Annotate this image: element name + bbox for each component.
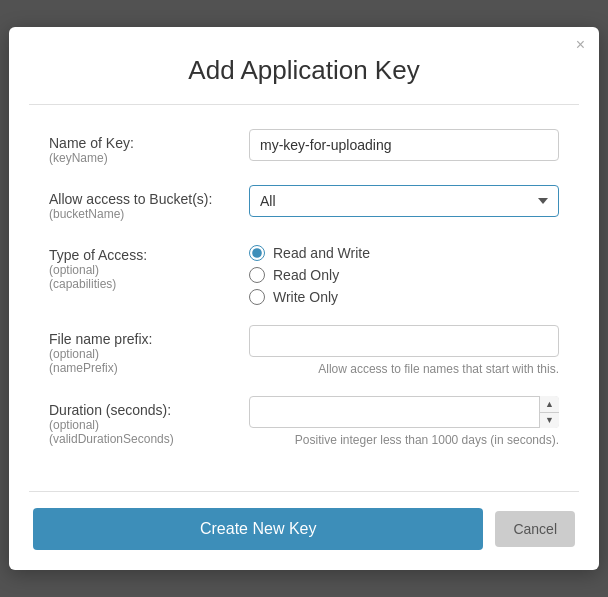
spinner-buttons: ▲ ▼ (539, 396, 559, 428)
radio-read-only-label: Read Only (273, 267, 339, 283)
modal-title: Add Application Key (9, 27, 599, 104)
access-type-row: Type of Access: (optional) (capabilities… (49, 241, 559, 305)
access-type-label: Type of Access: (49, 247, 249, 263)
access-type-optional: (optional) (49, 263, 249, 277)
modal: × Add Application Key Name of Key: (keyN… (9, 27, 599, 570)
radio-read-write-label: Read and Write (273, 245, 370, 261)
modal-body: Name of Key: (keyName) Allow access to B… (9, 105, 599, 487)
create-button[interactable]: Create New Key (33, 508, 483, 550)
spinner-up-button[interactable]: ▲ (540, 396, 559, 413)
duration-row: Duration (seconds): (optional) (validDur… (49, 396, 559, 447)
key-name-label: Name of Key: (49, 135, 249, 151)
access-type-sub: (capabilities) (49, 277, 249, 291)
radio-read-only-input[interactable] (249, 267, 265, 283)
key-name-input-area (249, 129, 559, 161)
prefix-label-group: File name prefix: (optional) (namePrefix… (49, 325, 249, 375)
access-type-control-area: Read and Write Read Only Write Only (249, 241, 559, 305)
duration-wrapper: ▲ ▼ (249, 396, 559, 428)
radio-write-only-input[interactable] (249, 289, 265, 305)
prefix-hint: Allow access to file names that start wi… (249, 362, 559, 376)
cancel-button[interactable]: Cancel (495, 511, 575, 547)
prefix-input-area: Allow access to file names that start wi… (249, 325, 559, 376)
prefix-sub: (namePrefix) (49, 361, 249, 375)
duration-label-group: Duration (seconds): (optional) (validDur… (49, 396, 249, 446)
bucket-row: Allow access to Bucket(s): (bucketName) … (49, 185, 559, 221)
bucket-label-group: Allow access to Bucket(s): (bucketName) (49, 185, 249, 221)
duration-input[interactable] (249, 396, 559, 428)
duration-hint: Positive integer less than 1000 days (in… (249, 433, 559, 447)
prefix-row: File name prefix: (optional) (namePrefix… (49, 325, 559, 376)
modal-overlay: × Add Application Key Name of Key: (keyN… (0, 0, 608, 597)
prefix-label: File name prefix: (49, 331, 249, 347)
duration-optional: (optional) (49, 418, 249, 432)
radio-read-write[interactable]: Read and Write (249, 245, 559, 261)
key-name-label-group: Name of Key: (keyName) (49, 129, 249, 165)
spinner-down-button[interactable]: ▼ (540, 413, 559, 429)
close-button[interactable]: × (576, 37, 585, 53)
radio-read-write-input[interactable] (249, 245, 265, 261)
bucket-select[interactable]: All (249, 185, 559, 217)
duration-sub: (validDurationSeconds) (49, 432, 249, 446)
radio-write-only-label: Write Only (273, 289, 338, 305)
duration-input-area: ▲ ▼ Positive integer less than 1000 days… (249, 396, 559, 447)
radio-read-only[interactable]: Read Only (249, 267, 559, 283)
radio-group: Read and Write Read Only Write Only (249, 241, 559, 305)
bucket-sub: (bucketName) (49, 207, 249, 221)
bucket-label: Allow access to Bucket(s): (49, 191, 249, 207)
access-type-label-group: Type of Access: (optional) (capabilities… (49, 241, 249, 291)
key-name-sub: (keyName) (49, 151, 249, 165)
prefix-optional: (optional) (49, 347, 249, 361)
prefix-input[interactable] (249, 325, 559, 357)
bucket-select-area: All (249, 185, 559, 217)
duration-label: Duration (seconds): (49, 402, 249, 418)
modal-footer: Create New Key Cancel (9, 492, 599, 570)
key-name-row: Name of Key: (keyName) (49, 129, 559, 165)
key-name-input[interactable] (249, 129, 559, 161)
radio-write-only[interactable]: Write Only (249, 289, 559, 305)
